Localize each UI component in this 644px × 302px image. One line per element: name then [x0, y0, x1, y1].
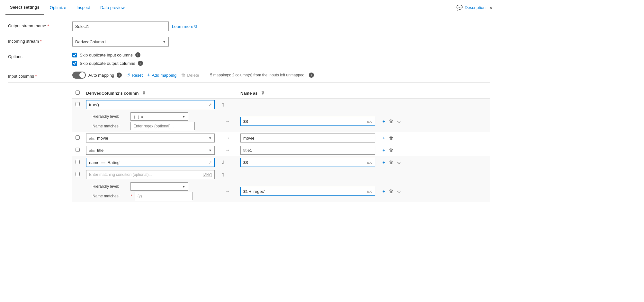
row4-name-input[interactable]: $$ abc [240, 158, 375, 167]
input-columns-label: Input columns * [8, 72, 72, 79]
hierarchy-select[interactable]: { } a ▼ [130, 112, 188, 121]
incoming-stream-select[interactable]: DerivedColumn1 ▼ [72, 37, 169, 47]
skip-input-info-icon[interactable]: i [135, 52, 140, 57]
table-subrow-5: Hierarchy level: ▼ Name matches: * [72, 181, 490, 202]
row2-delete-button[interactable]: 🗑 [388, 135, 394, 141]
row5-actions-cell [379, 168, 490, 181]
auto-mapping-label: Auto mapping [88, 73, 114, 78]
learn-more-link[interactable]: Learn more ⧉ [172, 24, 197, 29]
row3-source-input[interactable]: abc title ▼ [86, 146, 215, 155]
row1sub-arrow: → [218, 111, 237, 132]
learn-more-text: Learn more [172, 24, 193, 29]
plus-icon: + [147, 72, 150, 78]
arrow-right-5-icon: → [221, 188, 234, 194]
mapping-table: DerivedColumn1's column ⊽ Name as ⊽ [72, 88, 490, 202]
skip-duplicate-output-checkbox[interactable] [72, 61, 77, 66]
row4-delete-button[interactable]: 🗑 [388, 159, 394, 166]
tab-inspect[interactable]: Inspect [72, 0, 94, 15]
row2-checkbox[interactable] [76, 135, 80, 140]
name-filter-icon[interactable]: ⊽ [261, 91, 264, 96]
auto-mapping-info-icon[interactable]: i [117, 73, 122, 78]
expand-down-icon[interactable]: ⇓ [221, 160, 225, 165]
table-row: abc title ▼ → title1 [72, 144, 490, 156]
row1-condition-input[interactable]: true() ⤢ [86, 100, 215, 109]
row5-name-input[interactable]: $1 + 'regex' abc [240, 187, 375, 196]
options-control: Skip duplicate input columns i Skip dupl… [72, 52, 143, 66]
row4-expand-icon[interactable]: ⤢ [209, 160, 212, 165]
expand-up-icon[interactable]: ⇑ [221, 102, 225, 108]
row5sub-delete-button[interactable]: 🗑 [388, 188, 394, 194]
row1-checkbox[interactable] [76, 102, 80, 106]
row5sub-add-button[interactable]: + [382, 188, 386, 194]
add-mapping-button[interactable]: + Add mapping [147, 72, 176, 78]
row2-name-cell: movie [237, 132, 379, 144]
output-stream-input[interactable] [72, 22, 169, 31]
row4-actions-cell: + 🗑 ∞ [379, 156, 490, 168]
row3-name-input[interactable]: title1 [240, 146, 375, 155]
row4-condition-input[interactable]: name == 'Rating' ⤢ [86, 158, 215, 167]
row3-delete-button[interactable]: 🗑 [388, 147, 394, 153]
row2-add-button[interactable]: + [382, 135, 386, 141]
add-icon-button[interactable]: + [382, 118, 386, 125]
row3-add-button[interactable]: + [382, 147, 386, 153]
incoming-stream-control: DerivedColumn1 ▼ [72, 37, 169, 47]
row3-checkbox[interactable] [76, 148, 80, 152]
source-filter-icon[interactable]: ⊽ [142, 91, 146, 96]
row5sub-actions: + 🗑 ∞ [379, 181, 490, 202]
row5-checkbox[interactable] [76, 172, 80, 176]
expand-up2-icon[interactable]: ⇑ [221, 172, 225, 177]
description-button[interactable]: 💬 Description ∧ [456, 4, 493, 11]
delete-row-button[interactable]: 🗑 [388, 118, 394, 125]
output-stream-row: Output stream name * Learn more ⧉ [8, 22, 490, 31]
skip-output-info-icon[interactable]: i [138, 61, 143, 66]
row5-condition-input[interactable]: Enter matching condition (optional)... A… [86, 170, 215, 179]
row3-checkbox-cell [72, 144, 83, 156]
any-tag: ANY [203, 173, 212, 177]
options-label: Options [8, 52, 72, 59]
auto-mapping-toggle-group: Auto mapping i [72, 72, 122, 79]
row4-link-button[interactable]: ∞ [397, 159, 401, 166]
skip-duplicate-input-text: Skip duplicate input columns [80, 53, 133, 57]
tab-select-settings[interactable]: Select settings [5, 0, 44, 15]
link-icon-button[interactable]: ∞ [397, 118, 401, 125]
tab-data-preview[interactable]: Data preview [96, 0, 129, 15]
status-info-icon[interactable]: i [309, 73, 314, 78]
row3-arrow-cell: → [218, 144, 237, 156]
name-matches-input-5[interactable] [135, 192, 192, 200]
tab-data-preview-label: Data preview [100, 5, 125, 10]
row2-source-input[interactable]: abc movie ▼ [86, 134, 215, 142]
hierarchy-row-5: Hierarchy level: ▼ [93, 182, 215, 191]
row4-source-cell: name == 'Rating' ⤢ [83, 156, 218, 168]
comment-icon: 💬 [456, 4, 463, 11]
row1-expand-icon[interactable]: ⤢ [209, 102, 212, 107]
row2-name-input[interactable]: movie [240, 134, 375, 142]
row5sub-link-button[interactable]: ∞ [397, 188, 401, 194]
abc-tag: abc [367, 119, 372, 123]
output-stream-control: Learn more ⧉ [72, 22, 197, 31]
reset-button[interactable]: ↺ Reset [126, 73, 143, 78]
row2-arrow-cell: → [218, 132, 237, 144]
row4-checkbox[interactable] [76, 160, 80, 164]
skip-duplicate-output-row: Skip duplicate output columns i [72, 61, 143, 66]
mapping-status-text: 5 mappings: 2 column(s) from the inputs … [210, 73, 304, 77]
row1-name-input[interactable]: $$ abc [240, 117, 375, 126]
header-checkbox-col [72, 88, 83, 99]
tab-optimize[interactable]: Optimize [45, 0, 71, 15]
toggle-thumb [79, 72, 85, 78]
incoming-stream-label: Incoming stream * [8, 37, 72, 44]
name-matches-label-5: Name matches: [93, 194, 128, 198]
auto-mapping-toggle[interactable] [72, 72, 86, 79]
select-all-checkbox[interactable] [76, 91, 80, 95]
delete-button[interactable]: 🗑 Delete [181, 73, 199, 78]
row1-source-cell: true() ⤢ [83, 99, 218, 111]
name-matches-input[interactable] [130, 122, 195, 130]
hierarchy-label-5: Hierarchy level: [93, 184, 128, 189]
skip-duplicate-input-checkbox[interactable] [72, 53, 77, 57]
hierarchy-select-5[interactable]: ▼ [130, 182, 188, 191]
row4-name-cell: $$ abc [237, 156, 379, 168]
row4-add-button[interactable]: + [382, 159, 386, 166]
row1-actions-cell [379, 99, 490, 111]
row5sub-arrow: → [218, 181, 237, 202]
name-matches-row-5: Name matches: * [93, 192, 215, 200]
header-name-col: Name as ⊽ [237, 88, 379, 99]
